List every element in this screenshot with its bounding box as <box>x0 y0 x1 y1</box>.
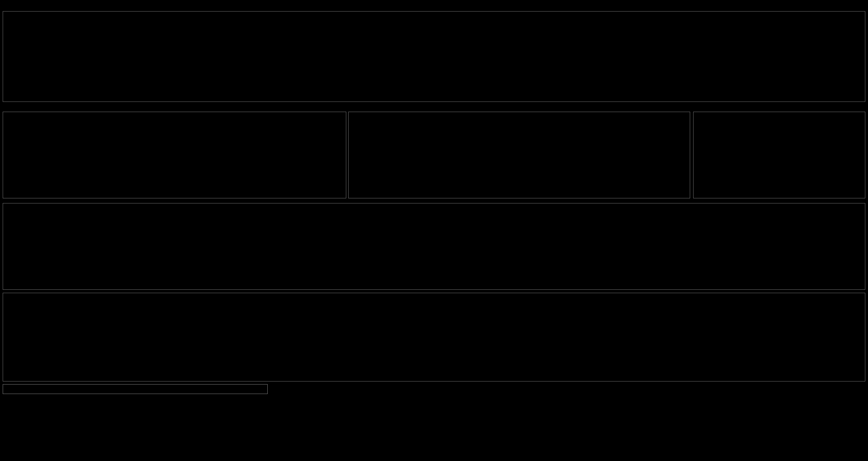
beat-strip-chart <box>3 12 865 102</box>
rr-diff-panel <box>3 293 865 381</box>
command-input[interactable] <box>3 384 268 394</box>
latest-30s-panel <box>348 112 690 198</box>
bpm-distribution-panel <box>3 112 346 198</box>
status-line-devices <box>3 424 16 445</box>
rr-diff-histogram-panel <box>693 112 865 198</box>
bpm-distribution-chart <box>3 112 346 198</box>
rr-diff-chart <box>3 293 865 381</box>
baseline-chart <box>3 203 865 289</box>
latest-30s-chart <box>349 112 690 198</box>
rr-diff-histogram-chart <box>694 112 865 198</box>
baseline-panel <box>3 203 865 290</box>
beat-strip-panel <box>3 11 865 102</box>
hrv-monitor-app <box>0 0 868 461</box>
